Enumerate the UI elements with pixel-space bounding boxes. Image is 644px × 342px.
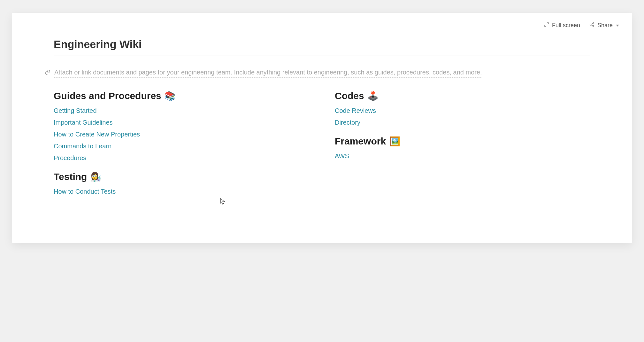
section-guides-title: Guides and Procedures 📚 (54, 90, 309, 101)
toolbar: Full screen Share (12, 22, 632, 38)
section-guides-title-text: Guides and Procedures (54, 90, 161, 101)
section-framework-title-text: Framework (335, 136, 386, 147)
link-procedures[interactable]: Procedures (54, 154, 309, 162)
section-framework: Framework 🖼️ AWS (335, 136, 590, 160)
chevron-down-icon (616, 25, 619, 27)
columns: Guides and Procedures 📚 Getting Started … (54, 90, 590, 205)
svg-line-3 (591, 23, 593, 24)
description-row: Attach or link documents and pages for y… (45, 67, 590, 78)
left-column: Guides and Procedures 📚 Getting Started … (54, 90, 309, 205)
share-label: Share (597, 22, 613, 29)
fullscreen-icon (544, 22, 549, 29)
section-codes: Codes 🕹️ Code Reviews Directory (335, 90, 590, 126)
link-getting-started[interactable]: Getting Started (54, 107, 309, 114)
right-column: Codes 🕹️ Code Reviews Directory Framewor… (335, 90, 590, 205)
share-icon (589, 22, 595, 29)
section-testing-title: Testing 👩‍🔬 (54, 171, 309, 182)
section-framework-links: AWS (335, 152, 590, 160)
share-button[interactable]: Share (589, 22, 619, 29)
joystick-icon: 🕹️ (367, 91, 379, 101)
section-testing-title-text: Testing (54, 171, 87, 182)
link-commands-to-learn[interactable]: Commands to Learn (54, 143, 309, 150)
link-important-guidelines[interactable]: Important Guidelines (54, 119, 309, 126)
page-title: Engineering Wiki (54, 38, 590, 56)
scientist-icon: 👩‍🔬 (90, 172, 101, 182)
link-conduct-tests[interactable]: How to Conduct Tests (54, 188, 309, 195)
link-create-new-properties[interactable]: How to Create New Properties (54, 131, 309, 138)
picture-icon: 🖼️ (389, 136, 400, 147)
link-icon (45, 69, 50, 76)
content-area: Engineering Wiki Attach or link document… (12, 38, 632, 205)
section-testing: Testing 👩‍🔬 How to Conduct Tests (54, 171, 309, 195)
link-aws[interactable]: AWS (335, 152, 590, 160)
wiki-page: Full screen Share Engineering Wiki Attac… (12, 13, 632, 243)
fullscreen-label: Full screen (552, 22, 580, 29)
section-guides: Guides and Procedures 📚 Getting Started … (54, 90, 309, 162)
link-code-reviews[interactable]: Code Reviews (335, 107, 590, 114)
section-framework-title: Framework 🖼️ (335, 136, 590, 147)
fullscreen-button[interactable]: Full screen (544, 22, 580, 29)
section-codes-title-text: Codes (335, 90, 364, 101)
page-description[interactable]: Attach or link documents and pages for y… (54, 67, 482, 78)
books-icon: 📚 (165, 91, 176, 101)
link-directory[interactable]: Directory (335, 119, 590, 126)
svg-line-4 (591, 25, 593, 26)
section-codes-links: Code Reviews Directory (335, 107, 590, 126)
section-codes-title: Codes 🕹️ (335, 90, 590, 101)
section-testing-links: How to Conduct Tests (54, 188, 309, 195)
section-guides-links: Getting Started Important Guidelines How… (54, 107, 309, 162)
